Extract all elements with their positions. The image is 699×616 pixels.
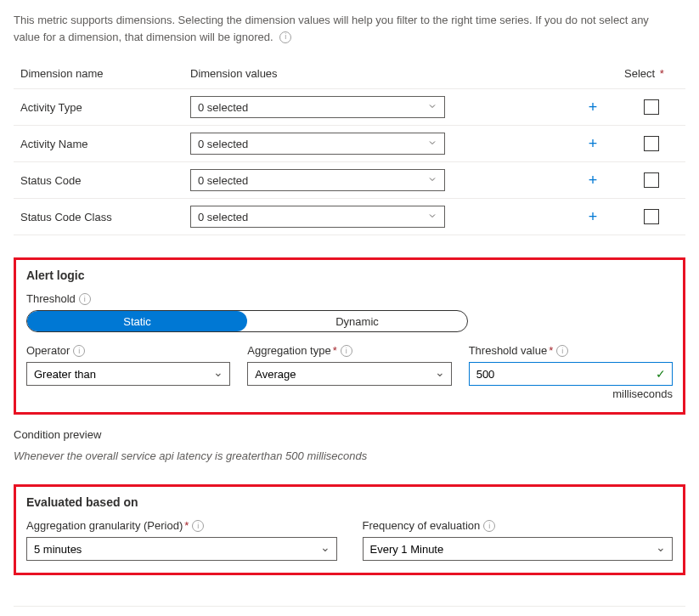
threshold-toggle[interactable]: Static Dynamic (26, 310, 468, 332)
info-icon: i (556, 345, 568, 357)
col-header-values: Dimension values (183, 59, 575, 89)
frequency-select[interactable]: Every 1 Minute (363, 537, 674, 561)
chevron-down-icon (427, 211, 437, 223)
dimension-values-select[interactable]: 0 selected (190, 169, 445, 191)
operator-label: Operator i (26, 344, 230, 357)
threshold-value-input[interactable] (469, 362, 673, 386)
dimension-values-text: 0 selected (198, 174, 248, 187)
separator (14, 606, 685, 607)
info-icon: i (483, 520, 495, 532)
dimension-values-select[interactable]: 0 selected (190, 96, 445, 118)
dimension-values-select[interactable]: 0 selected (190, 206, 445, 228)
chevron-down-icon (427, 138, 437, 150)
dimension-values-text: 0 selected (198, 211, 248, 223)
dimension-name: Status Code (14, 162, 183, 199)
condition-preview: Condition preview Whenever the overall s… (14, 428, 685, 462)
add-dimension-button[interactable]: + (582, 169, 604, 191)
dimension-values-select[interactable]: 0 selected (190, 133, 445, 155)
table-row: Activity Type0 selected+ (14, 89, 685, 126)
condition-preview-title: Condition preview (14, 428, 685, 441)
aggregation-label: Aggregation type * i (247, 344, 451, 357)
info-icon: i (192, 520, 204, 532)
select-checkbox[interactable] (644, 99, 659, 115)
col-header-add (575, 59, 617, 89)
chevron-down-icon (427, 101, 437, 114)
alert-logic-highlight: Alert logic Threshold i Static Dynamic O… (14, 257, 685, 415)
aggregation-select[interactable]: Average (247, 362, 451, 386)
table-row: Status Code0 selected+ (14, 162, 685, 199)
add-dimension-button[interactable]: + (582, 206, 604, 228)
info-icon: i (73, 345, 85, 357)
info-icon: i (341, 345, 352, 357)
info-icon: i (79, 293, 91, 305)
evaluated-highlight: Evaluated based on Aggregation granulari… (14, 484, 685, 575)
select-checkbox[interactable] (644, 172, 659, 188)
description-text: This metric supports dimensions. Selecti… (14, 14, 649, 43)
add-dimension-button[interactable]: + (582, 133, 604, 155)
toggle-dynamic[interactable]: Dynamic (247, 311, 467, 331)
threshold-label: Threshold i (26, 292, 673, 305)
frequency-label: Frequency of evaluation i (363, 519, 674, 532)
dimension-values-text: 0 selected (198, 138, 248, 150)
alert-logic-title: Alert logic (26, 268, 673, 282)
condition-preview-text: Whenever the overall service api latency… (14, 449, 685, 462)
dimension-name: Activity Name (14, 126, 183, 162)
table-row: Status Code Class0 selected+ (14, 199, 685, 235)
table-row: Activity Name0 selected+ (14, 126, 685, 162)
add-dimension-button[interactable]: + (582, 96, 604, 118)
required-asterisk: * (657, 67, 664, 80)
granularity-select[interactable]: 5 minutes (26, 537, 337, 561)
dimension-values-text: 0 selected (198, 101, 248, 114)
threshold-value-label: Threshold value * i (469, 344, 673, 357)
dimension-name: Activity Type (14, 89, 183, 126)
evaluated-title: Evaluated based on (26, 495, 673, 509)
dimension-name: Status Code Class (14, 199, 183, 235)
col-header-name: Dimension name (14, 59, 183, 89)
operator-select[interactable]: Greater than (26, 362, 230, 386)
granularity-label: Aggregation granularity (Period) * i (26, 519, 337, 532)
select-checkbox[interactable] (644, 209, 659, 224)
col-header-select: Select * (617, 59, 685, 89)
dimensions-table: Dimension name Dimension values Select *… (14, 59, 685, 235)
info-icon: i (279, 31, 291, 43)
chevron-down-icon (427, 174, 437, 187)
select-checkbox[interactable] (644, 136, 659, 151)
toggle-static[interactable]: Static (27, 311, 247, 331)
threshold-unit: milliseconds (469, 387, 673, 400)
dimensions-description: This metric supports dimensions. Selecti… (14, 12, 676, 45)
